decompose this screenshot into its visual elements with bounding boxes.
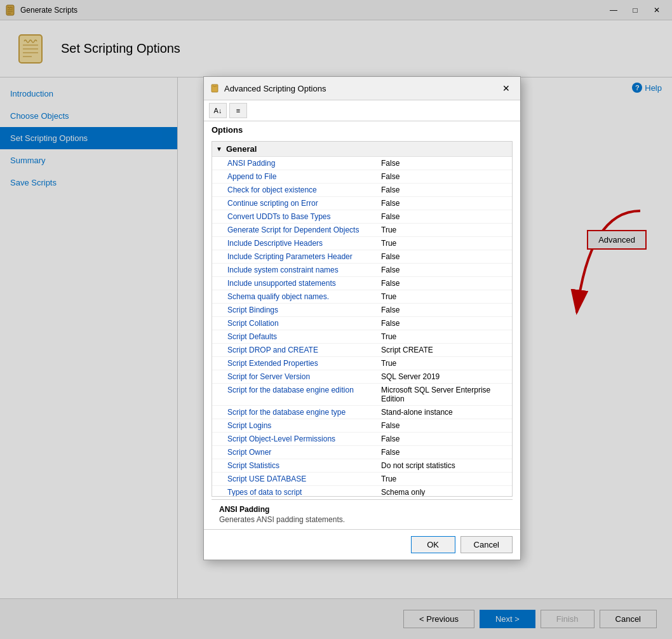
row-name: Script for the database engine edition (227, 386, 381, 403)
table-row[interactable]: Schema qualify object names.True (212, 290, 512, 304)
row-value: False (381, 448, 508, 457)
row-name: Include Descriptive Headers (227, 239, 381, 248)
row-name: Script Collation (227, 319, 381, 328)
table-row[interactable]: Include Descriptive HeadersTrue (212, 237, 512, 250)
row-value: False (381, 159, 508, 168)
dialog-close-button[interactable]: ✕ (499, 81, 514, 96)
row-name: Include unsupported statements (227, 279, 381, 288)
table-row[interactable]: ANSI PaddingFalse (212, 157, 512, 170)
row-name: Append to File (227, 172, 381, 181)
categorized-button[interactable]: ≡ (229, 103, 247, 118)
table-row[interactable]: Generate Script for Dependent ObjectsTru… (212, 224, 512, 237)
row-value: Schema only (381, 488, 508, 497)
row-value: False (381, 306, 508, 314)
row-value: False (381, 319, 508, 328)
general-section-header[interactable]: ▼ General (212, 142, 512, 157)
table-row[interactable]: Include unsupported statementsFalse (212, 277, 512, 290)
table-row[interactable]: Script DefaultsTrue (212, 330, 512, 344)
row-value: True (381, 332, 508, 341)
row-name: ANSI Padding (227, 159, 381, 168)
row-name: Continue scripting on Error (227, 199, 381, 208)
table-row[interactable]: Script LoginsFalse (212, 419, 512, 433)
table-row[interactable]: Script OwnerFalse (212, 446, 512, 459)
description-text: Generates ANSI padding statements. (219, 515, 505, 524)
general-section-label: General (226, 144, 257, 154)
row-name: Schema qualify object names. (227, 292, 381, 301)
row-value: False (381, 266, 508, 274)
row-name: Check for object existence (227, 185, 381, 194)
table-row[interactable]: Script for Server VersionSQL Server 2019 (212, 370, 512, 384)
table-row[interactable]: Script Object-Level PermissionsFalse (212, 433, 512, 446)
table-row[interactable]: Script DROP and CREATEScript CREATE (212, 344, 512, 357)
content-area: ? Help Advanced (178, 77, 672, 598)
description-title: ANSI Padding (219, 505, 505, 514)
row-name: Script Defaults (227, 332, 381, 341)
row-name: Script Owner (227, 448, 381, 457)
ok-button[interactable]: OK (411, 536, 455, 553)
row-name: Include Scripting Parameters Header (227, 252, 381, 261)
table-row[interactable]: Append to FileFalse (212, 170, 512, 184)
table-row[interactable]: Check for object existenceFalse (212, 184, 512, 197)
row-value: Microsoft SQL Server Enterprise Edition (381, 386, 508, 403)
dialog-description: ANSI Padding Generates ANSI padding stat… (212, 499, 513, 529)
row-name: Script Statistics (227, 461, 381, 470)
row-name: Script for Server Version (227, 372, 381, 381)
table-row[interactable]: Convert UDDTs to Base TypesFalse (212, 210, 512, 224)
row-value: False (381, 185, 508, 194)
row-name: Types of data to script (227, 488, 381, 497)
advanced-scripting-options-dialog: Advanced Scripting Options ✕ A↓ ≡ Option… (203, 76, 521, 560)
row-name: Script USE DATABASE (227, 474, 381, 483)
svg-rect-10 (212, 84, 218, 92)
row-value: False (381, 212, 508, 221)
dialog-title-bar: Advanced Scripting Options ✕ (204, 77, 520, 100)
table-row[interactable]: Script Extended PropertiesTrue (212, 357, 512, 370)
table-row[interactable]: Include Scripting Parameters HeaderFalse (212, 250, 512, 264)
table-row[interactable]: Types of data to scriptSchema only (212, 486, 512, 497)
row-name: Include system constraint names (227, 266, 381, 274)
row-value: True (381, 225, 508, 234)
table-row[interactable]: Script StatisticsDo not script statistic… (212, 459, 512, 473)
options-table[interactable]: ▼ General ANSI PaddingFalseAppend to Fil… (212, 141, 513, 497)
row-value: False (381, 279, 508, 288)
cancel-button[interactable]: Cancel (460, 536, 513, 553)
row-name: Script DROP and CREATE (227, 346, 381, 354)
general-rows: ANSI PaddingFalseAppend to FileFalseChec… (212, 157, 512, 497)
row-value: False (381, 252, 508, 261)
table-row[interactable]: Script for the database engine typeStand… (212, 406, 512, 419)
modal-overlay: Advanced Scripting Options ✕ A↓ ≡ Option… (0, 0, 672, 639)
row-value: False (381, 199, 508, 208)
row-value: Do not script statistics (381, 461, 508, 470)
dialog-title: Advanced Scripting Options (210, 83, 326, 93)
table-row[interactable]: Continue scripting on ErrorFalse (212, 197, 512, 210)
row-value: False (381, 434, 508, 443)
table-row[interactable]: Script for the database engine editionMi… (212, 384, 512, 406)
row-value: True (381, 239, 508, 248)
row-value: True (381, 474, 508, 483)
table-row[interactable]: Include system constraint namesFalse (212, 264, 512, 277)
table-row[interactable]: Script BindingsFalse (212, 304, 512, 317)
row-value: SQL Server 2019 (381, 372, 508, 381)
row-name: Script Bindings (227, 306, 381, 314)
table-row[interactable]: Script CollationFalse (212, 317, 512, 330)
main-content: Set Scripting Options Introduction Choos… (0, 20, 672, 639)
row-value: True (381, 359, 508, 368)
dialog-footer: OK Cancel (204, 529, 520, 560)
table-row[interactable]: Script USE DATABASETrue (212, 473, 512, 486)
row-name: Script Logins (227, 421, 381, 430)
options-label: Options (204, 121, 520, 138)
row-value: False (381, 421, 508, 430)
row-name: Script Extended Properties (227, 359, 381, 368)
row-value: Script CREATE (381, 346, 508, 354)
body-area: Introduction Choose Objects Set Scriptin… (0, 77, 672, 598)
row-name: Generate Script for Dependent Objects (227, 225, 381, 234)
row-name: Convert UDDTs to Base Types (227, 212, 381, 221)
row-value: False (381, 172, 508, 181)
dialog-icon (210, 83, 220, 93)
sort-az-button[interactable]: A↓ (209, 103, 227, 118)
row-name: Script Object-Level Permissions (227, 434, 381, 443)
row-value: True (381, 292, 508, 301)
dialog-toolbar: A↓ ≡ (204, 100, 520, 121)
general-chevron: ▼ (216, 145, 222, 152)
row-name: Script for the database engine type (227, 408, 381, 417)
row-value: Stand-alone instance (381, 408, 508, 417)
